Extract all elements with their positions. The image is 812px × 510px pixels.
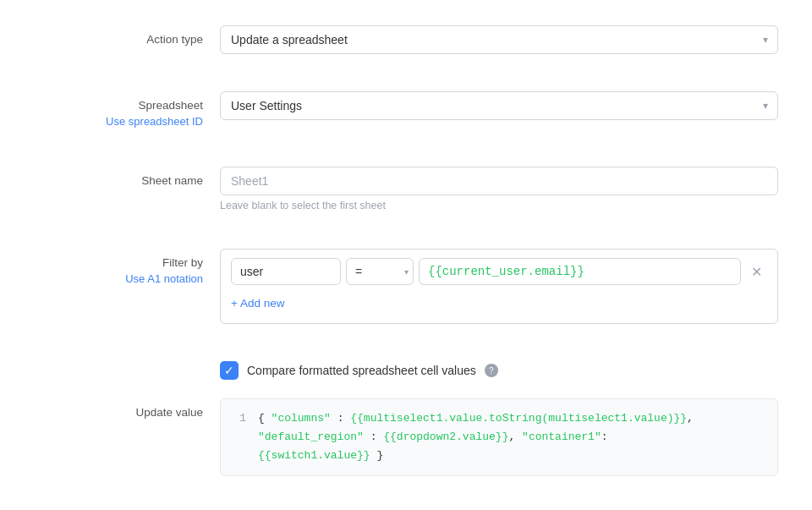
code-template-switch: {{switch1.value}} (258, 449, 370, 462)
update-value-label: Update value (34, 398, 220, 421)
filter-field-input[interactable] (231, 258, 341, 285)
filter-remove-button[interactable]: ✕ (746, 260, 767, 283)
code-comma-2: , (508, 430, 522, 443)
line-number: 1 (233, 409, 246, 465)
code-colon-1: : (331, 412, 350, 425)
compare-checkbox-row: ✓ Compare formatted spreadsheet cell val… (34, 361, 778, 380)
filter-by-input-col: = ▾ ✕ + Add new (220, 249, 778, 324)
spreadsheet-label: Spreadsheet (138, 99, 203, 112)
filter-operator-select[interactable]: = (346, 258, 414, 285)
action-type-input-col: Update a spreadsheet ▾ (220, 25, 778, 54)
action-type-select-wrapper: Update a spreadsheet ▾ (220, 25, 778, 54)
spreadsheet-select-wrapper: User Settings ▾ (220, 91, 778, 120)
code-key-container: "container1" (522, 430, 601, 443)
code-key-region: "default_region" (258, 430, 364, 443)
compare-checkbox[interactable]: ✓ (220, 361, 239, 380)
compare-help-icon[interactable]: ? (485, 364, 498, 377)
compare-checkbox-wrapper: ✓ Compare formatted spreadsheet cell val… (220, 361, 498, 380)
action-type-select[interactable]: Update a spreadsheet (220, 25, 778, 54)
spreadsheet-label-col: Spreadsheet Use spreadsheet ID (34, 91, 220, 129)
filter-by-label: Filter by (162, 256, 203, 269)
code-line-1: 1 { "columns" : {{multiselect1.value.toS… (233, 409, 765, 465)
code-template-multiselect: {{multiselect1.value.toString(multiselec… (350, 412, 687, 425)
filter-container: = ▾ ✕ + Add new (220, 249, 778, 324)
update-value-code-block[interactable]: 1 { "columns" : {{multiselect1.value.toS… (220, 398, 778, 476)
sheet-name-hint: Leave blank to select the first sheet (220, 200, 778, 211)
use-a1-notation-link[interactable]: Use A1 notation (34, 271, 203, 287)
sheet-name-label: Sheet name (34, 167, 220, 189)
spreadsheet-select[interactable]: User Settings (220, 91, 778, 120)
compare-checkbox-label: Compare formatted spreadsheet cell value… (247, 364, 476, 377)
spreadsheet-input-col: User Settings ▾ (220, 91, 778, 120)
filter-by-label-col: Filter by Use A1 notation (34, 249, 220, 287)
code-key-columns: "columns" (272, 412, 331, 425)
code-brace-close: } (370, 449, 384, 462)
code-colon-2: : (364, 430, 383, 443)
update-value-input-col: 1 { "columns" : {{multiselect1.value.toS… (220, 398, 778, 476)
add-new-filter-button[interactable]: + Add new (231, 293, 284, 313)
code-colon-3: : (601, 430, 608, 443)
code-content: { "columns" : {{multiselect1.value.toStr… (258, 409, 765, 465)
sheet-name-input[interactable] (220, 167, 778, 195)
code-brace-open: { (258, 412, 272, 425)
filter-row: = ▾ ✕ (231, 258, 767, 285)
code-template-dropdown: {{dropdown2.value}} (383, 430, 508, 443)
code-comma-1: , (687, 412, 694, 425)
action-type-label: Action type (34, 25, 220, 48)
filter-operator-wrapper: = ▾ (346, 258, 414, 285)
use-spreadsheet-id-link[interactable]: Use spreadsheet ID (34, 114, 203, 129)
filter-value-input[interactable] (419, 258, 741, 285)
sheet-name-input-col: Leave blank to select the first sheet (220, 167, 778, 211)
